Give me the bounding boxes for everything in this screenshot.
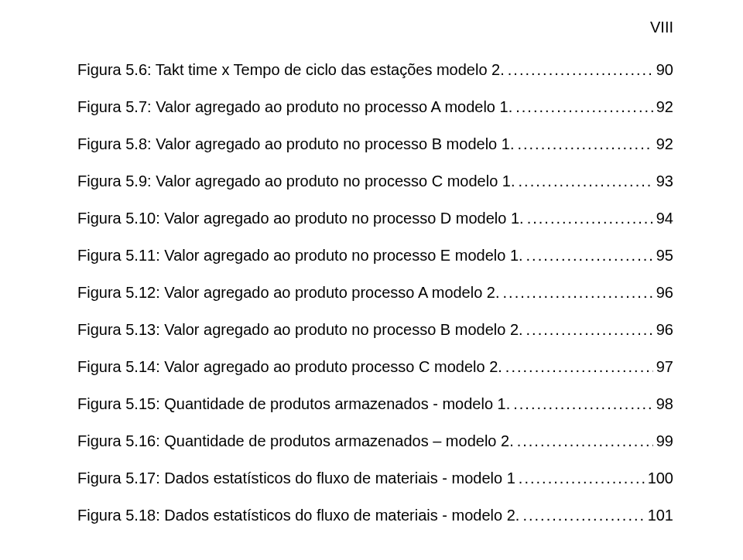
toc-dot-leader: [503, 283, 653, 302]
toc-entry-page: 93: [656, 172, 673, 190]
toc-entry-text: Figura 5.9: Valor agregado ao produto no…: [77, 172, 515, 190]
toc-dot-leader: [519, 469, 645, 487]
toc-entry: Figura 5.14: Valor agregado ao produto p…: [77, 357, 673, 376]
page-roman-numeral: VIII: [650, 19, 673, 36]
toc-entry-page: 92: [656, 97, 673, 116]
toc-entry-page: 92: [656, 135, 673, 153]
toc-entry: Figura 5.9: Valor agregado ao produto no…: [77, 172, 673, 190]
toc-entry: Figura 5.17: Dados estatísticos do fluxo…: [77, 469, 673, 487]
toc-entry: Figura 5.15: Quantidade de produtos arma…: [77, 394, 673, 413]
toc-entry: Figura 5.11: Valor agregado ao produto n…: [77, 246, 673, 265]
toc-entry: Figura 5.18: Dados estatísticos do fluxo…: [77, 506, 673, 524]
toc-entry: Figura 5.16: Quantidade de produtos arma…: [77, 432, 673, 450]
toc-dot-leader: [527, 209, 653, 227]
toc-dot-leader: [517, 135, 652, 153]
toc-entry-page: 98: [656, 394, 673, 413]
toc-entry-page: 90: [656, 60, 673, 79]
toc-entry-page: 96: [656, 320, 673, 339]
toc-dot-leader: [526, 320, 653, 339]
toc-entry-page: 97: [656, 357, 673, 376]
toc-entry-text: Figura 5.13: Valor agregado ao produto n…: [77, 320, 523, 339]
toc-entry: Figura 5.12: Valor agregado ao produto p…: [77, 283, 673, 302]
toc-entry-text: Figura 5.12: Valor agregado ao produto p…: [77, 283, 500, 302]
toc-entry-text: Figura 5.6: Takt time x Tempo de ciclo d…: [77, 60, 505, 79]
toc-entry-text: Figura 5.7: Valor agregado ao produto no…: [77, 97, 512, 116]
toc-entry-text: Figura 5.8: Valor agregado ao produto no…: [77, 135, 514, 153]
document-page: VIII Figura 5.6: Takt time x Tempo de ci…: [0, 0, 743, 560]
toc-dot-leader: [508, 60, 653, 79]
toc-entry-page: 101: [648, 506, 673, 524]
toc-entry-text: Figura 5.14: Valor agregado ao produto p…: [77, 357, 502, 376]
toc-entry-text: Figura 5.17: Dados estatísticos do fluxo…: [77, 469, 515, 487]
toc-dot-leader: [519, 172, 653, 190]
toc-entry-page: 100: [648, 469, 673, 487]
toc-entry-text: Figura 5.11: Valor agregado ao produto n…: [77, 246, 523, 265]
toc-entries: Figura 5.6: Takt time x Tempo de ciclo d…: [77, 60, 673, 524]
toc-entry-page: 99: [656, 432, 673, 450]
toc-dot-leader: [522, 506, 644, 524]
toc-dot-leader: [505, 357, 653, 376]
toc-entry: Figura 5.6: Takt time x Tempo de ciclo d…: [77, 60, 673, 79]
toc-dot-leader: [517, 432, 653, 450]
toc-entry: Figura 5.13: Valor agregado ao produto n…: [77, 320, 673, 339]
toc-entry-page: 94: [656, 209, 673, 227]
toc-dot-leader: [515, 97, 653, 116]
toc-entry-page: 96: [656, 283, 673, 302]
toc-entry-text: Figura 5.18: Dados estatísticos do fluxo…: [77, 506, 519, 524]
toc-entry: Figura 5.10: Valor agregado ao produto n…: [77, 209, 673, 227]
toc-entry: Figura 5.7: Valor agregado ao produto no…: [77, 97, 673, 116]
toc-entry: Figura 5.8: Valor agregado ao produto no…: [77, 135, 673, 153]
toc-entry-page: 95: [656, 246, 673, 265]
toc-entry-text: Figura 5.15: Quantidade de produtos arma…: [77, 394, 510, 413]
toc-entry-text: Figura 5.10: Valor agregado ao produto n…: [77, 209, 524, 227]
toc-dot-leader: [513, 394, 653, 413]
toc-entry-text: Figura 5.16: Quantidade de produtos arma…: [77, 432, 514, 450]
toc-dot-leader: [526, 246, 653, 265]
